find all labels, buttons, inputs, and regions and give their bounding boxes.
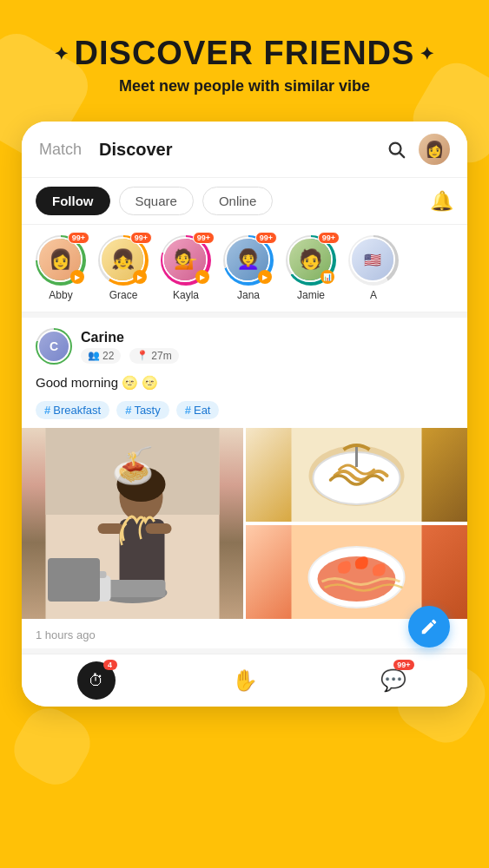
stories-row: 👩 99+ ▶ Abby 👧 99+ ▶ Grace 💁 9	[22, 225, 467, 312]
svg-point-5	[117, 467, 166, 502]
story-badge-kayla: 99+	[193, 232, 215, 244]
filter-tab-follow[interactable]: Follow	[36, 187, 110, 215]
post-text: Good morning 🌝 🌝	[22, 372, 467, 398]
app-title: DISCOVER FRIENDS	[75, 35, 415, 72]
nav-discover-tab[interactable]: Discover	[99, 140, 382, 160]
nav-bar: Match Discover 👩	[22, 122, 467, 178]
story-name-jana: Jana	[237, 289, 260, 301]
post-tags: # Breakfast # Tasty # Eat	[22, 398, 467, 428]
home-icon: ⏱ 4	[77, 661, 116, 700]
story-item-partial[interactable]: 🇺🇸 A	[348, 235, 399, 301]
sparkle-right-icon: ✦	[420, 43, 435, 64]
feed: C Carine 👥 22 📍 27m	[22, 318, 467, 648]
post-header: C Carine 👥 22 📍 27m	[22, 318, 467, 372]
story-name-partial: A	[370, 289, 377, 301]
hash-icon: #	[185, 404, 191, 417]
cooking-illustration	[22, 428, 243, 619]
sparkle-left-icon: ✦	[54, 43, 69, 64]
story-ring-jamie: 🧑 99+ 📊	[286, 235, 336, 286]
post-username[interactable]: Carine	[81, 330, 453, 345]
compose-fab-button[interactable]	[408, 606, 450, 648]
svg-rect-12	[85, 571, 107, 578]
post-user-info: Carine 👥 22 📍 27m	[81, 330, 453, 364]
post-meta: 👥 22 📍 27m	[81, 348, 453, 364]
svg-rect-11	[81, 575, 111, 602]
post-avatar-image: C	[37, 330, 70, 363]
messages-badge: 99+	[393, 660, 413, 670]
bottom-nav-messages[interactable]: 💬 99+	[363, 661, 424, 700]
story-ring-partial: 🇺🇸	[348, 235, 399, 286]
avatar-image: 👩	[419, 134, 450, 165]
post-time: 1 hours ago	[22, 621, 467, 648]
location-icon: 📍	[136, 350, 149, 361]
phone-card: Match Discover 👩 Follow Square Online 🔔	[22, 122, 467, 707]
story-video-icon-jamie: 📊	[320, 270, 334, 284]
filter-tabs: Follow Square Online 🔔	[22, 178, 467, 225]
hash-icon: #	[125, 404, 131, 417]
bottom-nav: ⏱ 4 ✋ 💬 99+	[22, 654, 467, 707]
story-badge-jamie: 99+	[318, 232, 340, 244]
post-images	[22, 428, 467, 621]
pasta-illustration	[246, 428, 467, 522]
story-item-jamie[interactable]: 🧑 99+ 📊 Jamie	[286, 235, 336, 301]
post-image-cooking[interactable]	[22, 428, 243, 619]
shrimp-illustration	[246, 525, 467, 619]
story-item-abby[interactable]: 👩 99+ ▶ Abby	[36, 235, 86, 301]
story-ring-jana: 👩‍🦱 99+ ▶	[223, 235, 274, 286]
hash-icon: #	[44, 404, 50, 417]
story-badge-jana: 99+	[255, 232, 277, 244]
gesture-icon: ✋	[226, 661, 264, 700]
post-tag-breakfast[interactable]: # Breakfast	[36, 401, 109, 419]
tag-eat-label: Eat	[194, 404, 211, 417]
post-time-ago: 27m	[151, 350, 171, 362]
story-name-abby: Abby	[49, 289, 72, 301]
bg-decoration-3	[4, 699, 99, 793]
story-badge-grace: 99+	[130, 232, 152, 244]
post-tag-tasty[interactable]: # Tasty	[116, 401, 169, 419]
header-title: ✦ DISCOVER FRIENDS ✦	[17, 35, 472, 72]
followers-count: 22	[102, 350, 114, 362]
story-name-kayla: Kayla	[173, 289, 199, 301]
tag-breakfast-label: Breakfast	[53, 404, 101, 417]
story-video-icon-kayla: ▶	[195, 270, 209, 284]
messages-icon: 💬 99+	[374, 661, 413, 700]
svg-line-1	[400, 153, 404, 157]
post-user-avatar[interactable]: C	[36, 328, 72, 365]
filter-tab-square[interactable]: Square	[119, 187, 194, 215]
header: ✦ DISCOVER FRIENDS ✦ Meet new people wit…	[0, 0, 489, 113]
post-time-badge: 📍 27m	[129, 348, 178, 364]
story-item-jana[interactable]: 👩‍🦱 99+ ▶ Jana	[223, 235, 274, 301]
story-video-icon-grace: ▶	[133, 270, 147, 284]
story-badge-abby: 99+	[68, 232, 89, 244]
svg-rect-8	[146, 523, 172, 534]
tag-tasty-label: Tasty	[134, 404, 160, 417]
bottom-nav-gesture[interactable]: ✋	[215, 661, 275, 700]
post-tag-eat[interactable]: # Eat	[176, 401, 220, 419]
story-video-icon-abby: ▶	[70, 270, 84, 284]
header-subtitle: Meet new people with similar vibe	[17, 77, 472, 95]
post-image-pasta[interactable]	[246, 428, 467, 522]
user-avatar[interactable]: 👩	[419, 134, 450, 165]
post-followers-badge: 👥 22	[81, 348, 121, 364]
post-card: C Carine 👥 22 📍 27m	[22, 318, 467, 648]
story-name-jamie: Jamie	[297, 289, 325, 301]
followers-icon: 👥	[88, 350, 100, 361]
story-ring-kayla: 💁 99+ ▶	[161, 235, 211, 286]
svg-rect-7	[98, 523, 124, 534]
search-icon[interactable]	[382, 135, 410, 163]
filter-tab-online[interactable]: Online	[202, 187, 273, 215]
story-name-grace: Grace	[109, 289, 138, 301]
home-badge: 4	[103, 660, 117, 670]
post-image-shrimp[interactable]	[246, 525, 467, 619]
story-avatar-partial: 🇺🇸	[350, 237, 395, 282]
bottom-nav-home[interactable]: ⏱ 4	[66, 661, 127, 700]
story-item-kayla[interactable]: 💁 99+ ▶ Kayla	[161, 235, 211, 301]
story-video-icon-jana: ▶	[258, 270, 272, 284]
story-ring-abby: 👩 99+ ▶	[36, 235, 86, 286]
nav-match-tab[interactable]: Match	[39, 141, 82, 159]
story-item-grace[interactable]: 👧 99+ ▶ Grace	[98, 235, 149, 301]
notification-bell-icon[interactable]: 🔔	[430, 190, 453, 213]
story-ring-grace: 👧 99+ ▶	[98, 235, 149, 286]
